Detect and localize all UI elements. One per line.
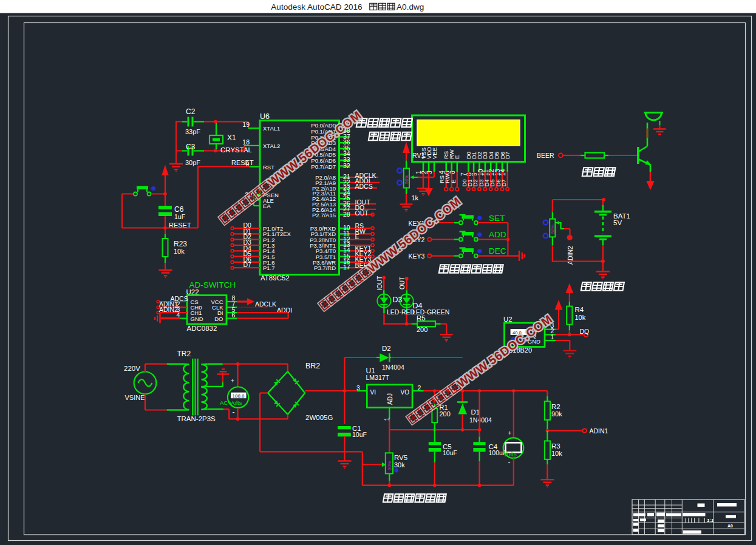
svg-text:A0.dwg: A0.dwg	[397, 2, 424, 12]
svg-text:19: 19	[242, 121, 250, 128]
svg-text:32: 32	[343, 162, 350, 169]
svg-text:D1: D1	[471, 408, 480, 416]
svg-text:TR2: TR2	[177, 350, 191, 358]
svg-text:BAT1: BAT1	[613, 212, 630, 220]
svg-text:50%: 50%	[404, 175, 409, 184]
svg-text:30pF: 30pF	[185, 159, 200, 166]
svg-text:LM317T: LM317T	[366, 374, 390, 381]
svg-text:Volts: Volts	[503, 451, 517, 458]
svg-text:DEC: DEC	[489, 246, 506, 256]
svg-text:P0.7/AD7: P0.7/AD7	[311, 163, 336, 170]
svg-text:R5: R5	[417, 314, 426, 322]
svg-text:D2: D2	[382, 345, 391, 352]
svg-text:188.8: 188.8	[233, 393, 245, 399]
svg-text:1N4004: 1N4004	[382, 364, 404, 371]
svg-text:1uF: 1uF	[174, 213, 185, 220]
svg-text:P3.7/RD: P3.7/RD	[314, 265, 336, 271]
svg-text:3: 3	[356, 384, 360, 391]
svg-text:U2: U2	[503, 316, 513, 323]
svg-text:EA: EA	[263, 203, 271, 209]
svg-text:VO: VO	[401, 389, 410, 396]
svg-text:KEY3: KEY3	[409, 252, 425, 260]
svg-text:200: 200	[440, 410, 451, 418]
svg-text:BR2: BR2	[305, 362, 320, 370]
svg-text:U6: U6	[260, 112, 270, 121]
svg-text:CRYSTAL: CRYSTAL	[220, 146, 253, 154]
svg-text:1k: 1k	[412, 194, 419, 201]
svg-text:10uF: 10uF	[352, 431, 367, 438]
svg-text:ADIN2: ADIN2	[159, 306, 178, 313]
svg-text:OUT: OUT	[355, 209, 369, 217]
svg-text:LED-RED: LED-RED	[387, 308, 415, 316]
svg-text:E: E	[454, 155, 460, 159]
svg-text:+: +	[231, 377, 234, 384]
svg-text:D3: D3	[393, 296, 403, 304]
svg-text:17: 17	[343, 263, 350, 271]
svg-text:5V: 5V	[613, 219, 622, 226]
svg-text:R3: R3	[551, 442, 560, 450]
svg-text:X1: X1	[227, 134, 236, 142]
svg-text:A0: A0	[727, 524, 733, 528]
svg-text:VSINE: VSINE	[125, 394, 145, 401]
svg-text:AT89C52: AT89C52	[261, 274, 290, 282]
svg-text:P2.7/A15: P2.7/A15	[312, 212, 336, 218]
svg-text:1N4004: 1N4004	[469, 416, 492, 424]
svg-text:XTAL1: XTAL1	[263, 125, 280, 132]
svg-text:ADCS: ADCS	[355, 183, 373, 190]
svg-text:IOUT: IOUT	[376, 276, 383, 291]
svg-text:R2: R2	[551, 403, 560, 410]
svg-text:C3: C3	[186, 143, 196, 151]
svg-text:Autodesk AutoCAD 2016: Autodesk AutoCAD 2016	[271, 2, 362, 12]
svg-text:-: -	[233, 408, 235, 416]
svg-text:10k: 10k	[551, 450, 562, 457]
svg-text:RESET: RESET	[231, 159, 254, 166]
svg-text:GND: GND	[191, 316, 203, 322]
svg-text:R4: R4	[575, 306, 584, 313]
svg-text:2W005G: 2W005G	[305, 414, 333, 421]
svg-text:SET: SET	[489, 214, 505, 223]
svg-text:2: 2	[418, 384, 421, 391]
svg-text:30k: 30k	[394, 461, 405, 469]
svg-text:D7: D7	[504, 152, 511, 159]
svg-text:-: -	[508, 458, 511, 467]
svg-text:10uF: 10uF	[443, 449, 457, 456]
svg-text:1: 1	[383, 418, 390, 421]
svg-text:90k: 90k	[551, 410, 562, 418]
svg-text:1: 1	[551, 333, 554, 340]
svg-text:AC Volts: AC Volts	[220, 399, 242, 406]
svg-text:E: E	[450, 180, 457, 183]
svg-text:50%: 50%	[550, 225, 556, 234]
svg-text:D7: D7	[500, 179, 507, 186]
svg-text:OUT: OUT	[399, 277, 406, 289]
svg-text:10k: 10k	[174, 248, 185, 255]
svg-text:RV5: RV5	[394, 454, 407, 461]
svg-text:220V: 220V	[124, 365, 140, 372]
svg-text:30%: 30%	[387, 461, 392, 470]
svg-text:E: E	[355, 233, 359, 240]
svg-text:VI: VI	[370, 389, 376, 396]
svg-text:BEER: BEER	[537, 152, 554, 159]
svg-text:ADJ: ADJ	[387, 393, 393, 405]
svg-text:1:1: 1:1	[707, 518, 714, 523]
svg-text:C2: C2	[186, 107, 196, 116]
svg-text:33pF: 33pF	[185, 128, 200, 135]
svg-text:6: 6	[232, 311, 236, 319]
svg-text:+: +	[508, 430, 512, 436]
svg-text:RST: RST	[263, 164, 274, 171]
svg-text:DO: DO	[214, 316, 223, 322]
svg-text:ADC0832: ADC0832	[187, 325, 217, 332]
svg-text:28: 28	[343, 211, 350, 218]
svg-text:TRAN-2P3S: TRAN-2P3S	[177, 415, 216, 422]
svg-text:18: 18	[242, 138, 250, 146]
svg-text:DQ: DQ	[580, 328, 590, 335]
svg-text:200: 200	[417, 326, 427, 333]
svg-text:ADIN1: ADIN1	[590, 427, 608, 435]
svg-text:ADD: ADD	[489, 230, 506, 239]
svg-text:P1.7: P1.7	[263, 265, 275, 271]
svg-text:D7: D7	[243, 261, 252, 268]
svg-text:VEE: VEE	[431, 147, 438, 159]
svg-text:10k: 10k	[575, 314, 586, 321]
svg-text:XTAL2: XTAL2	[263, 143, 280, 149]
